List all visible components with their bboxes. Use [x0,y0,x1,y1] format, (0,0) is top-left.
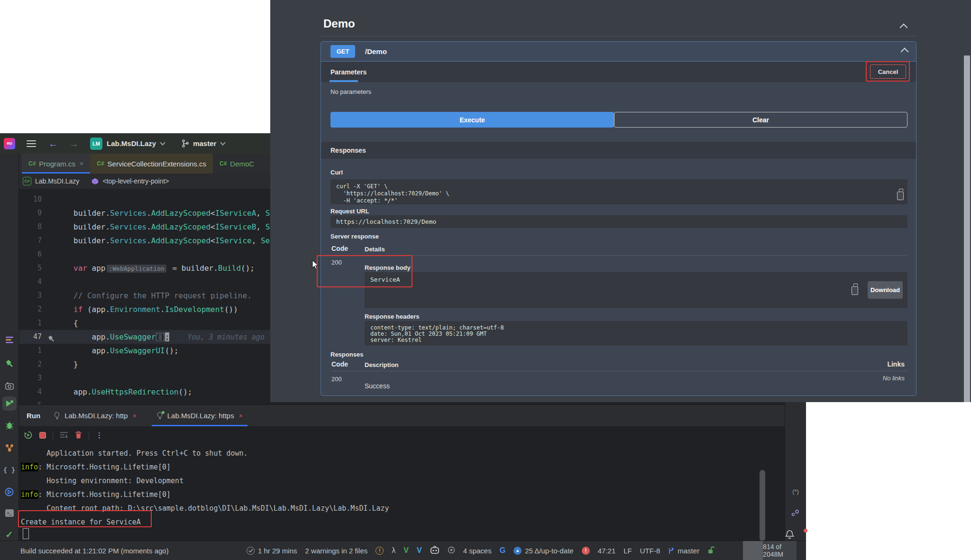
annotation-box-response [317,255,412,287]
clear-button[interactable]: Clear [614,112,907,128]
curl-command[interactable]: curl -X 'GET' \ 'https://localhost:7029/… [330,179,907,204]
commit-check-icon[interactable]: ✓ [2,527,17,542]
swagger-window: Demo GET /Demo Parameters Cancel No para… [270,0,971,402]
responses-header: Responses [330,147,366,154]
sync-icon: ▲ [513,547,522,555]
toolbar-divider [53,431,53,440]
lambda-icon[interactable]: λ [392,546,395,555]
warning-icon[interactable]: ! [376,547,384,555]
run-tool-icon[interactable] [2,396,17,411]
close-tab-icon[interactable]: × [80,160,83,167]
more-options-kebab-icon[interactable]: ⋮ [96,431,103,440]
right-tool-strip: (*) [785,399,806,541]
parameters-tab[interactable]: Parameters [330,68,366,76]
close-run-tab-icon[interactable]: × [239,412,243,420]
debug-bug-icon[interactable] [2,418,17,432]
csharp-project-icon: C# [23,177,31,185]
google-icon[interactable]: G [500,546,505,555]
close-run-tab-icon[interactable]: × [133,412,137,420]
response-headers-value[interactable]: content-type: text/plain; charset=utf-8 … [365,321,907,346]
project-chevron-icon[interactable] [160,140,165,145]
build-status[interactable]: Build succeeded at 1:21:02 PM (moments a… [20,541,169,560]
run-config-running-icon [156,412,164,419]
server-response-label: Server response [330,233,379,240]
toolbar-divider [89,431,89,440]
bookmarks-icon[interactable] [2,333,17,347]
notification-dot [804,529,807,532]
error-icon[interactable]: ! [582,547,590,555]
console-line: Hosting environment: Development [21,474,785,488]
branch-name: master [193,139,216,147]
clear-console-trash-icon[interactable] [75,431,82,439]
unlocked-padlock-icon[interactable] [707,546,715,555]
run-tab-label: Lab.MsDI.Lazy: http [64,412,128,420]
branch-icon [668,547,674,554]
request-url-value[interactable]: https://localhost:7029/Demo [330,215,907,228]
vcs-branch-widget[interactable]: master [182,139,225,147]
response-body-value[interactable]: ServiceA [365,272,907,308]
stop-icon[interactable] [39,432,46,439]
sync-delta-widget[interactable]: ▲ 25 Δ/up-to-date [513,547,574,555]
resp-code-header: Code [331,360,348,368]
responses-table-label: Responses [330,351,363,358]
indent-widget[interactable]: 4 spaces [463,547,492,555]
unit-tests-icon[interactable] [2,441,17,455]
console-line: info: Microsoft.Hosting.Lifetime[0] [21,460,785,474]
status-branch-widget[interactable]: master [668,547,699,555]
memory-used-bar [743,541,763,560]
project-badge[interactable]: LM [90,138,102,150]
run-toolbar: ⋮ [19,426,785,444]
session-time[interactable]: 1 hr 29 mins [247,547,297,555]
line-ending[interactable]: LF [623,547,632,555]
blue-v-icon[interactable]: V [417,546,422,555]
breadcrumb-project[interactable]: Lab.MsDI.Lazy [35,177,79,185]
gears-icon[interactable] [791,509,800,519]
opblock-header[interactable]: GET /Demo [321,42,916,62]
endpoints-icon[interactable] [2,485,17,499]
file-encoding[interactable]: UTF-8 [640,547,660,555]
rerun-icon[interactable] [24,431,33,440]
memory-indicator[interactable]: 814 of 2048M [743,541,797,560]
run-config-icon [54,412,61,419]
braces-tool-icon[interactable]: { } [2,463,17,477]
main-menu-icon[interactable] [27,138,36,149]
opblock-collapse-chevron-icon[interactable] [901,48,909,56]
breadcrumb-entry-point[interactable]: <top-level-entry-point> [102,177,169,185]
regex-tool-icon[interactable]: (*) [792,488,799,495]
build-hammer-icon[interactable] [2,356,17,370]
download-button[interactable]: Download [868,281,903,299]
tab-democontroller-cs[interactable]: C# DemoC [213,154,261,174]
branch-icon [182,139,189,147]
details-column-header: Details [365,246,385,253]
run-tab-http[interactable]: Lab.MsDI.Lazy: http × [47,405,143,426]
terminal-icon[interactable]: >_ [2,506,17,520]
section-collapse-chevron-icon[interactable] [900,24,908,32]
swagger-section-title: Demo [323,17,355,30]
csharp-file-icon: C# [97,160,104,167]
forward-arrow-icon[interactable]: → [69,138,79,149]
rider-logo-icon[interactable]: RD [4,138,15,149]
project-name[interactable]: Lab.MsDI.Lazy [107,139,156,147]
parameters-band: Parameters Cancel [321,62,916,82]
table-divider [330,371,907,371]
green-v-icon[interactable]: V [403,546,409,555]
tab-program-cs[interactable]: C# Program.cs × [22,154,90,174]
robot-icon[interactable] [430,546,440,555]
swagger-scrollbar[interactable] [964,55,970,402]
copy-curl-icon[interactable] [897,189,907,200]
console-scrollbar[interactable] [760,470,765,541]
problems-widget[interactable]: 2 warnings in 2 files [305,547,368,555]
copy-response-icon[interactable] [852,284,861,295]
tab-label: Program.cs [39,160,75,168]
notifications-bell-icon[interactable] [785,530,806,541]
parameters-tab-underline [330,80,358,82]
tab-servicecollectionextensions-cs[interactable]: C# ServiceCollectionExtensions.cs [90,154,213,174]
run-tab-https[interactable]: Lab.MsDI.Lazy: https × [150,405,249,426]
run-tabs: Run Lab.MsDI.Lazy: http × Lab.MsDI.Lazy:… [19,405,785,426]
eye-icon[interactable] [448,546,455,555]
soft-wrap-icon[interactable] [60,431,68,439]
back-arrow-icon[interactable]: ← [48,138,58,149]
caret-position[interactable]: 47:21 [598,547,616,555]
execute-button[interactable]: Execute [330,112,614,128]
profiler-icon[interactable] [2,379,17,393]
